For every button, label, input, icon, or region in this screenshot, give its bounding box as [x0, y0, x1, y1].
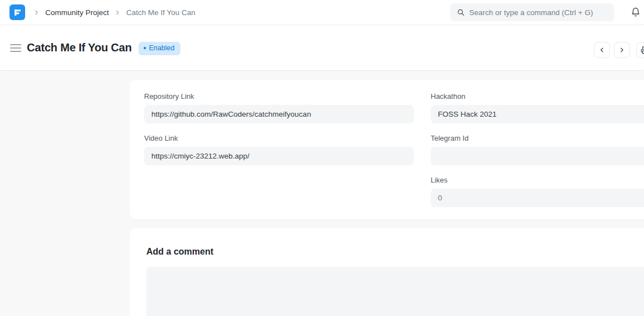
chevron-left-icon — [598, 46, 605, 54]
status-badge-label: Enabled — [149, 45, 175, 52]
sidebar-toggle-button[interactable] — [10, 41, 23, 55]
search-icon — [457, 8, 465, 16]
comments-section-card: Add a comment — [130, 228, 644, 316]
print-button[interactable] — [636, 42, 644, 58]
field-repository-link: Repository Link — [144, 92, 414, 123]
next-record-button[interactable] — [614, 42, 630, 58]
breadcrumb-item-community-project[interactable]: Community Project — [45, 8, 109, 17]
field-telegram-id: Telegram Id — [431, 134, 644, 165]
frappe-logo-icon[interactable] — [9, 4, 25, 20]
search-input[interactable] — [469, 8, 608, 17]
chevron-right-icon — [114, 9, 121, 16]
repository-link-input[interactable] — [144, 105, 414, 123]
field-hackathon: Hackathon — [431, 92, 644, 123]
global-search[interactable] — [450, 3, 614, 21]
add-comment-heading: Add a comment — [146, 247, 644, 257]
video-link-input[interactable] — [144, 147, 414, 165]
status-badge: • Enabled — [139, 42, 180, 55]
field-video-link: Video Link — [144, 134, 414, 165]
previous-record-button[interactable] — [594, 42, 610, 58]
likes-input[interactable] — [431, 189, 644, 207]
telegram-id-input[interactable] — [431, 147, 644, 165]
breadcrumb: Community Project Catch Me If You Can — [33, 8, 195, 17]
hamburger-icon — [10, 44, 21, 45]
hackathon-input[interactable] — [431, 105, 644, 123]
field-label: Hackathon — [431, 92, 644, 100]
top-navbar: Community Project Catch Me If You Can — [0, 0, 644, 25]
bell-icon — [631, 7, 641, 17]
chevron-right-icon — [618, 46, 626, 54]
details-section-card: Repository Link Video Link Hackathon Tel… — [130, 80, 644, 219]
breadcrumb-item-record[interactable]: Catch Me If You Can — [126, 8, 195, 17]
page-header: Catch Me If You Can • Enabled — [0, 25, 644, 71]
chevron-right-icon — [33, 9, 40, 16]
field-likes: Likes — [431, 176, 644, 207]
hamburger-icon — [10, 51, 21, 52]
form-column-left: Repository Link Video Link — [144, 92, 414, 219]
field-label: Likes — [431, 176, 644, 184]
frappe-f-glyph — [13, 8, 22, 17]
form-column-right: Hackathon Telegram Id Likes — [431, 92, 644, 219]
comment-input[interactable] — [146, 267, 644, 316]
field-label: Telegram Id — [431, 134, 644, 142]
form-body: Repository Link Video Link Hackathon Tel… — [0, 71, 644, 316]
field-label: Video Link — [144, 134, 414, 142]
hamburger-icon — [10, 47, 21, 49]
field-label: Repository Link — [144, 92, 414, 100]
notifications-button[interactable] — [628, 3, 643, 21]
printer-icon — [641, 46, 644, 54]
page-title: Catch Me If You Can — [27, 41, 132, 54]
